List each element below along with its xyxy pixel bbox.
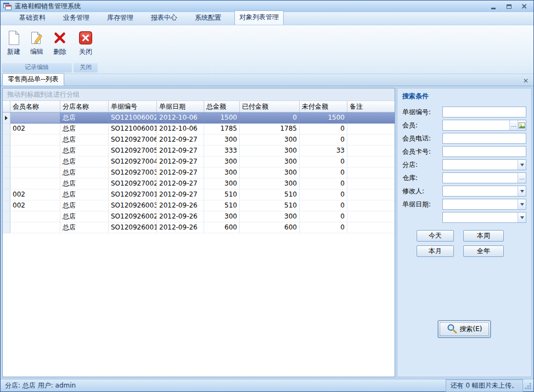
cell-unpaid-amount[interactable]: 0 bbox=[300, 135, 347, 145]
member-phone-input[interactable] bbox=[443, 133, 526, 143]
cell-order-date[interactable]: 2012-09-27 bbox=[157, 189, 204, 200]
cell-remark[interactable] bbox=[347, 178, 395, 189]
cell-unpaid-amount[interactable]: 0 bbox=[300, 200, 347, 211]
order-date-end-dropdown-button[interactable] bbox=[518, 212, 526, 222]
cell-order-no[interactable]: SO121006001 bbox=[109, 124, 157, 135]
cell-remark[interactable] bbox=[347, 189, 395, 200]
cell-remark[interactable] bbox=[347, 145, 395, 156]
cell-remark[interactable] bbox=[347, 135, 395, 145]
cell-order-date[interactable]: 2012-10-06 bbox=[157, 113, 204, 124]
table-row[interactable]: 002总店SO1209260032012-09-265105100 bbox=[3, 200, 395, 211]
cell-paid-amount[interactable]: 510 bbox=[240, 200, 300, 211]
column-header-remark[interactable]: 备注 bbox=[347, 101, 395, 112]
menu-tab-business[interactable]: 业务管理 bbox=[59, 12, 94, 25]
table-row[interactable]: 总店SO1209270052012-09-2733330033 bbox=[3, 145, 395, 156]
cell-order-no[interactable]: SO120927002 bbox=[109, 178, 157, 189]
cell-order-no[interactable]: SO120926002 bbox=[109, 211, 157, 222]
table-row[interactable]: 总店SO1209270042012-09-273003000 bbox=[3, 156, 395, 167]
menu-tab-reports[interactable]: 报表中心 bbox=[147, 12, 182, 25]
column-header-branch-name[interactable]: 分店名称 bbox=[60, 101, 109, 112]
cell-total-amount[interactable]: 300 bbox=[204, 211, 240, 222]
member-picture-button[interactable] bbox=[518, 120, 526, 130]
cell-order-date[interactable]: 2012-10-06 bbox=[157, 124, 204, 135]
document-close-icon[interactable]: × bbox=[521, 76, 530, 85]
cell-order-no[interactable]: SO120927006 bbox=[109, 135, 157, 145]
cell-paid-amount[interactable]: 0 bbox=[240, 113, 300, 124]
cell-branch-name[interactable]: 总店 bbox=[60, 189, 109, 200]
cell-remark[interactable] bbox=[347, 167, 395, 178]
cell-member-name[interactable] bbox=[10, 211, 60, 222]
this-week-button[interactable]: 本周 bbox=[463, 230, 504, 242]
table-row[interactable]: 总店SO1209270062012-09-273003000 bbox=[3, 135, 395, 145]
minimize-button[interactable] bbox=[488, 2, 499, 10]
cell-member-name[interactable] bbox=[10, 135, 60, 145]
cell-paid-amount[interactable]: 300 bbox=[240, 135, 300, 145]
cell-paid-amount[interactable]: 300 bbox=[240, 156, 300, 167]
cell-total-amount[interactable]: 300 bbox=[204, 135, 240, 145]
cell-order-no[interactable]: SO120927004 bbox=[109, 156, 157, 167]
cell-total-amount[interactable]: 600 bbox=[204, 222, 240, 233]
member-card-input[interactable] bbox=[443, 147, 526, 156]
cell-unpaid-amount[interactable]: 1500 bbox=[300, 113, 347, 124]
this-month-button[interactable]: 本月 bbox=[417, 245, 454, 257]
today-button[interactable]: 今天 bbox=[417, 230, 454, 242]
cell-order-date[interactable]: 2012-09-26 bbox=[157, 222, 204, 233]
cell-order-no[interactable]: SO121006002 bbox=[109, 113, 157, 124]
edit-button[interactable]: 编辑 bbox=[26, 28, 48, 57]
cell-branch-name[interactable]: 总店 bbox=[60, 135, 109, 145]
cell-unpaid-amount[interactable]: 0 bbox=[300, 178, 347, 189]
modifier-dropdown-button[interactable] bbox=[518, 186, 526, 196]
cell-branch-name[interactable]: 总店 bbox=[60, 178, 109, 189]
column-header-order-date[interactable]: 单据日期 bbox=[157, 101, 204, 112]
cell-total-amount[interactable]: 300 bbox=[204, 167, 240, 178]
order-date-dropdown-button[interactable] bbox=[518, 199, 526, 209]
branch-dropdown-button[interactable] bbox=[518, 160, 526, 170]
cell-unpaid-amount[interactable]: 0 bbox=[300, 189, 347, 200]
cell-order-no[interactable]: SO120927001 bbox=[109, 189, 157, 200]
resize-grip[interactable] bbox=[524, 382, 532, 390]
cell-unpaid-amount[interactable]: 0 bbox=[300, 211, 347, 222]
table-row[interactable]: 002总店SO1209270012012-09-275105100 bbox=[3, 189, 395, 200]
cell-paid-amount[interactable]: 300 bbox=[240, 145, 300, 156]
table-row[interactable]: 总店SO1209260012012-09-266006000 bbox=[3, 222, 395, 233]
cell-paid-amount[interactable]: 510 bbox=[240, 189, 300, 200]
cell-unpaid-amount[interactable]: 33 bbox=[300, 145, 347, 156]
new-button[interactable]: 新建 bbox=[3, 28, 25, 57]
cell-order-date[interactable]: 2012-09-27 bbox=[157, 178, 204, 189]
cell-unpaid-amount[interactable]: 0 bbox=[300, 167, 347, 178]
cell-paid-amount[interactable]: 600 bbox=[240, 222, 300, 233]
modifier-input[interactable] bbox=[443, 186, 518, 196]
cell-branch-name[interactable]: 总店 bbox=[60, 167, 109, 178]
cell-unpaid-amount[interactable]: 0 bbox=[300, 222, 347, 233]
cell-paid-amount[interactable]: 300 bbox=[240, 167, 300, 178]
table-row[interactable]: 总店SO1209270022012-09-273003000 bbox=[3, 178, 395, 189]
order-date-input[interactable] bbox=[443, 199, 518, 209]
cell-order-date[interactable]: 2012-09-27 bbox=[157, 145, 204, 156]
cell-member-name[interactable] bbox=[10, 113, 60, 124]
cell-total-amount[interactable]: 333 bbox=[204, 145, 240, 156]
cell-remark[interactable] bbox=[347, 200, 395, 211]
column-header-unpaid-amount[interactable]: 未付金额 bbox=[300, 101, 347, 112]
member-ellipsis-button[interactable]: … bbox=[509, 120, 518, 130]
cell-member-name[interactable]: 002 bbox=[10, 189, 60, 200]
table-row[interactable]: 总店SO1209260022012-09-263003000 bbox=[3, 211, 395, 222]
cell-order-no[interactable]: SO120926001 bbox=[109, 222, 157, 233]
cell-total-amount[interactable]: 510 bbox=[204, 189, 240, 200]
table-row[interactable]: 总店SO1210060022012-10-06150001500 bbox=[3, 113, 395, 124]
column-header-total-amount[interactable]: 总金额 bbox=[204, 101, 240, 112]
delete-button[interactable]: 删除 bbox=[49, 28, 71, 57]
cell-total-amount[interactable]: 300 bbox=[204, 178, 240, 189]
cell-member-name[interactable] bbox=[10, 156, 60, 167]
menu-tab-inventory[interactable]: 库存管理 bbox=[103, 12, 138, 25]
table-row[interactable]: 总店SO1209270032012-09-273003000 bbox=[3, 167, 395, 178]
cell-order-date[interactable]: 2012-09-27 bbox=[157, 167, 204, 178]
warehouse-ellipsis-button[interactable]: … bbox=[518, 173, 526, 183]
cell-order-date[interactable]: 2012-09-27 bbox=[157, 135, 204, 145]
cell-order-date[interactable]: 2012-09-26 bbox=[157, 200, 204, 211]
close-tab-button[interactable]: 关闭 bbox=[75, 28, 97, 57]
maximize-button[interactable] bbox=[503, 2, 514, 10]
cell-order-no[interactable]: SO120926003 bbox=[109, 200, 157, 211]
cell-member-name[interactable] bbox=[10, 145, 60, 156]
document-tab-retail-list[interactable]: 零售商品单--列表 bbox=[2, 73, 64, 86]
cell-paid-amount[interactable]: 300 bbox=[240, 178, 300, 189]
